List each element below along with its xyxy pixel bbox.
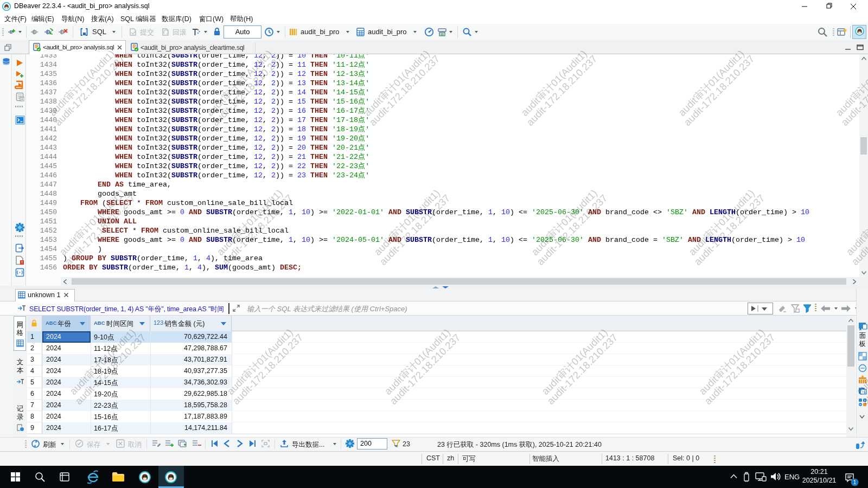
svg-text:1: 1 — [853, 479, 857, 485]
